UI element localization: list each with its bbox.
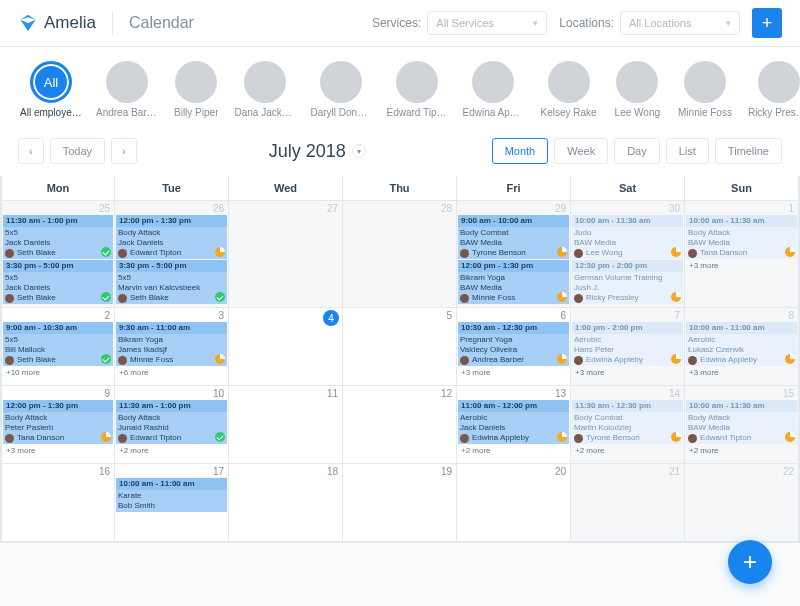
calendar-day[interactable]: 1510:00 am - 11:30 amBody AttackBAW Medi…	[685, 386, 799, 464]
more-events-link[interactable]: +2 more	[116, 445, 227, 456]
employee-item[interactable]: Andrea Barber	[98, 61, 156, 118]
calendar-day[interactable]: 11	[229, 386, 343, 464]
more-events-link[interactable]: +2 more	[686, 445, 797, 456]
calendar-day[interactable]: 1311:00 am - 12:00 pmAerobicJack Daniels…	[457, 386, 571, 464]
avatar-icon	[5, 356, 14, 365]
calendar-day[interactable]: 110:00 am - 11:30 amBody AttackBAW Media…	[685, 201, 799, 308]
calendar-event[interactable]: 9:00 am - 10:00 amBody CombatBAW MediaTy…	[458, 215, 569, 259]
status-pending-icon	[215, 354, 225, 364]
calendar-day[interactable]: 912:00 pm - 1:30 pmBody AttackPeter Pasi…	[1, 386, 115, 464]
event-line: Marvin van Kalcvsbeek	[118, 283, 225, 293]
calendar-day[interactable]: 20	[457, 464, 571, 542]
employee-item[interactable]: Lee Wong	[615, 61, 660, 118]
calendar-day[interactable]: 12	[343, 386, 457, 464]
calendar-event[interactable]: 12:00 pm - 1:30 pmBody AttackPeter Pasie…	[3, 400, 113, 444]
calendar-day[interactable]: 4	[229, 308, 343, 386]
calendar-day[interactable]: 27	[229, 201, 343, 308]
calendar-day[interactable]: 2511:30 am - 1:00 pm5x5Jack DanielsSeth …	[1, 201, 115, 308]
day-number: 10	[213, 388, 224, 399]
employee-name: Edward Tipton	[386, 107, 448, 118]
next-button[interactable]: ›	[111, 138, 137, 164]
calendar-event[interactable]: 3:30 pm - 5:00 pm5x5Jack DanielsSeth Bla…	[3, 260, 113, 304]
view-list[interactable]: List	[666, 138, 709, 164]
employee-item[interactable]: Dana Jackson	[236, 61, 294, 118]
employee-item[interactable]: Edward Tipton	[388, 61, 446, 118]
day-number: 20	[555, 466, 566, 477]
calendar-day[interactable]: 1710:00 am - 11:00 amKarateBob Smith	[115, 464, 229, 542]
more-events-link[interactable]: +3 more	[572, 367, 683, 378]
calendar-event[interactable]: 10:30 am - 12:30 pmPregnant YogaValdecy …	[458, 322, 569, 366]
employee-item[interactable]: Edwina Appl...	[464, 61, 522, 118]
calendar-day[interactable]: 610:30 am - 12:30 pmPregnant YogaValdecy…	[457, 308, 571, 386]
employee-all[interactable]: AllAll employees	[22, 61, 80, 118]
calendar-day[interactable]: 29:00 am - 10:30 am5x5Bill MallockSeth B…	[1, 308, 115, 386]
view-timeline[interactable]: Timeline	[715, 138, 782, 164]
day-number: 17	[213, 466, 224, 477]
calendar-event[interactable]: 11:30 am - 12:30 pmBody CombatMartin Kol…	[572, 400, 683, 444]
calendar-day[interactable]: 16	[1, 464, 115, 542]
calendar-day[interactable]: 1011:30 am - 1:00 pmBody AttackJunaid Ra…	[115, 386, 229, 464]
weekday-label: Sun	[685, 176, 799, 201]
employee-item[interactable]: Daryll Donov...	[312, 61, 370, 118]
calendar-event[interactable]: 11:30 am - 1:00 pm5x5Jack DanielsSeth Bl…	[3, 215, 113, 259]
event-time: 11:30 am - 12:30 pm	[572, 400, 683, 412]
avatar-icon	[460, 434, 469, 443]
calendar-event[interactable]: 3:30 pm - 5:00 pm5x5Marvin van Kalcvsbee…	[116, 260, 227, 304]
employee-item[interactable]: Minnie Foss	[678, 61, 732, 118]
view-week[interactable]: Week	[554, 138, 608, 164]
more-events-link[interactable]: +3 more	[3, 445, 113, 456]
more-events-link[interactable]: +3 more	[686, 260, 797, 271]
calendar-event[interactable]: 10:00 am - 11:00 amKarateBob Smith	[116, 478, 227, 512]
calendar-event[interactable]: 11:00 am - 12:00 pmAerobicJack DanielsEd…	[458, 400, 569, 444]
employee-item[interactable]: Ricky Pressley	[750, 61, 800, 118]
calendar-title[interactable]: July 2018 ▾	[143, 141, 492, 162]
calendar-event[interactable]: 10:00 am - 11:30 amJudoBAW MediaLee Wong	[572, 215, 683, 259]
add-button[interactable]: +	[752, 8, 782, 38]
event-line: Valdecy Oliveira	[460, 345, 567, 355]
employee-item[interactable]: Kelsey Rake	[540, 61, 596, 118]
calendar-day[interactable]: 21	[571, 464, 685, 542]
calendar-day[interactable]: 22	[685, 464, 799, 542]
view-month[interactable]: Month	[492, 138, 549, 164]
calendar-event[interactable]: 10:00 am - 11:30 amBody AttackBAW MediaT…	[686, 215, 797, 259]
calendar-event[interactable]: 11:30 am - 1:00 pmBody AttackJunaid Rash…	[116, 400, 227, 444]
event-line: Body Attack	[118, 228, 225, 238]
event-time: 12:30 pm - 2:00 pm	[572, 260, 683, 272]
calendar-event[interactable]: 1:00 pm - 2:00 pmAerobicHans PeterEdwina…	[572, 322, 683, 366]
calendar-event[interactable]: 9:30 am - 11:00 amBikram YogaJames Ikads…	[116, 322, 227, 366]
calendar-day[interactable]: 28	[343, 201, 457, 308]
services-select[interactable]: All Services ▾	[427, 11, 547, 35]
status-approved-icon	[101, 354, 111, 364]
calendar-event[interactable]: 10:00 am - 11:00 amAerobicŁukasz Czerwik…	[686, 322, 797, 366]
more-events-link[interactable]: +3 more	[686, 367, 797, 378]
calendar-event[interactable]: 9:00 am - 10:30 am5x5Bill MallockSeth Bl…	[3, 322, 113, 366]
locations-select[interactable]: All Locations ▾	[620, 11, 740, 35]
view-day[interactable]: Day	[614, 138, 660, 164]
calendar-day[interactable]: 5	[343, 308, 457, 386]
event-attendee: Edwina Appleby	[688, 355, 795, 365]
calendar-day[interactable]: 71:00 pm - 2:00 pmAerobicHans PeterEdwin…	[571, 308, 685, 386]
app-logo[interactable]: Amelia	[18, 13, 96, 33]
more-events-link[interactable]: +10 more	[3, 367, 113, 378]
event-attendee: Edward Tipton	[118, 248, 225, 258]
today-button[interactable]: Today	[50, 138, 105, 164]
calendar-day[interactable]: 2612:00 pm - 1:30 pmBody AttackJack Dani…	[115, 201, 229, 308]
calendar-day[interactable]: 1411:30 am - 12:30 pmBody CombatMartin K…	[571, 386, 685, 464]
more-events-link[interactable]: +2 more	[458, 445, 569, 456]
more-events-link[interactable]: +2 more	[572, 445, 683, 456]
calendar-day[interactable]: 299:00 am - 10:00 amBody CombatBAW Media…	[457, 201, 571, 308]
calendar-day[interactable]: 39:30 am - 11:00 amBikram YogaJames Ikad…	[115, 308, 229, 386]
calendar-day[interactable]: 3010:00 am - 11:30 amJudoBAW MediaLee Wo…	[571, 201, 685, 308]
calendar-event[interactable]: 12:30 pm - 2:00 pmGerman Volume Training…	[572, 260, 683, 304]
calendar-event[interactable]: 10:00 am - 11:30 amBody AttackBAW MediaE…	[686, 400, 797, 444]
calendar-day[interactable]: 810:00 am - 11:00 amAerobicŁukasz Czerwi…	[685, 308, 799, 386]
calendar-event[interactable]: 12:00 pm - 1:30 pmBody AttackJack Daniel…	[116, 215, 227, 259]
status-pending-icon	[785, 432, 795, 442]
employee-item[interactable]: Billy Piper	[174, 61, 218, 118]
calendar-day[interactable]: 18	[229, 464, 343, 542]
calendar-day[interactable]: 19	[343, 464, 457, 542]
more-events-link[interactable]: +3 more	[458, 367, 569, 378]
more-events-link[interactable]: +6 more	[116, 367, 227, 378]
calendar-event[interactable]: 12:00 pm - 1:30 pmBikram YogaBAW MediaMi…	[458, 260, 569, 304]
prev-button[interactable]: ‹	[18, 138, 44, 164]
